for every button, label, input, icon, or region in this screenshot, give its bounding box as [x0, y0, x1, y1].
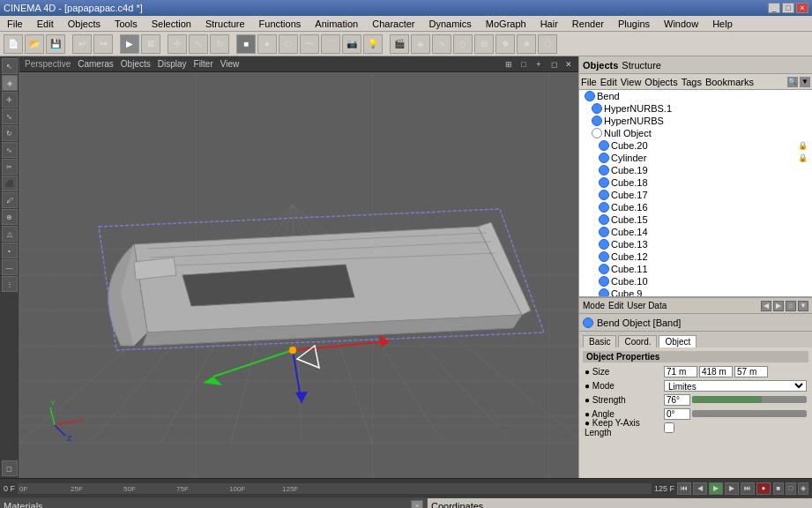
list-item[interactable]: Cube.17 [579, 189, 812, 201]
knife-btn[interactable]: ✂ [2, 159, 18, 175]
maximize-button[interactable]: □ [782, 3, 794, 13]
menu-file[interactable]: File [4, 19, 26, 29]
list-item[interactable]: Cube.10 [579, 275, 812, 288]
polygon-btn[interactable]: △ [2, 226, 18, 242]
view-menu[interactable]: View [220, 59, 240, 69]
mograph-btn[interactable]: ⬡ [538, 34, 557, 54]
open-button[interactable]: 📂 [25, 34, 44, 54]
camera-tool[interactable]: 📷 [342, 34, 361, 54]
prop-input-size-z[interactable] [734, 366, 768, 377]
list-item[interactable]: HyperNURBS [579, 115, 812, 127]
display-menu[interactable]: Display [158, 59, 187, 69]
spline-tool[interactable]: ∿ [432, 34, 451, 54]
menu-structure[interactable]: Structure [202, 19, 249, 29]
materials-close-btn[interactable]: × [411, 500, 423, 509]
prop-input-strength[interactable] [664, 394, 690, 406]
render-view-button[interactable]: 🖥 [141, 34, 160, 54]
props-edit-label[interactable]: Edit [608, 301, 623, 310]
timeline-track[interactable]: 0F 25F 50F 75F 100F 125F [18, 483, 652, 494]
cameras-menu[interactable]: Cameras [78, 59, 114, 69]
tab-coord[interactable]: Coord. [618, 335, 657, 347]
nurbs-tool[interactable]: 〜 [300, 34, 319, 54]
minimize-button[interactable]: _ [768, 3, 780, 13]
menu-functions[interactable]: Functions [256, 19, 305, 29]
bend-tool[interactable]: ⌒ [321, 34, 340, 54]
menu-mograph[interactable]: MoGraph [482, 19, 530, 29]
goto-start-btn[interactable]: ⏮ [677, 482, 691, 495]
anim-tool[interactable]: 🎬 [390, 34, 409, 54]
cube-tool[interactable]: ■ [236, 34, 256, 54]
obj-menu-edit[interactable]: Edit [600, 77, 617, 87]
record-btn[interactable]: ● [756, 482, 771, 495]
list-item[interactable]: Cylinder 🔒 [579, 152, 812, 164]
loft-tool[interactable]: ◇ [453, 34, 473, 54]
tl-opt1[interactable]: ■ [773, 482, 784, 495]
viewport-canvas[interactable]: X Y Z [19, 72, 578, 478]
list-item[interactable]: Null Object [579, 127, 812, 139]
list-item[interactable]: Bend [579, 90, 812, 102]
structure-tab[interactable]: Structure [622, 60, 661, 71]
tl-opt2[interactable]: □ [786, 482, 796, 495]
nav-fwd-btn[interactable]: ▶ [773, 301, 784, 311]
select-tool-btn[interactable]: ↖ [2, 58, 18, 74]
menu-plugins[interactable]: Plugins [615, 19, 653, 29]
play-btn[interactable]: ▶ [709, 482, 723, 495]
menu-hair[interactable]: Hair [537, 19, 562, 29]
list-item[interactable]: Cube.20 🔒 [579, 139, 812, 152]
tl-opt3[interactable]: ◈ [798, 482, 808, 495]
menu-dynamics[interactable]: Dynamics [426, 19, 475, 29]
more-btn[interactable]: ⋮ [2, 276, 18, 292]
list-item[interactable]: Cube.14 [579, 226, 812, 238]
menu-edit[interactable]: Edit [34, 19, 57, 29]
nav-back-btn[interactable]: ◀ [761, 301, 771, 311]
prop-select-mode[interactable]: Limites [664, 380, 807, 392]
list-item[interactable]: HyperNURBS.1 [579, 102, 812, 115]
nav-home-btn[interactable]: ⌂ [786, 301, 796, 311]
vp-icon-4[interactable]: ◻ [548, 58, 560, 71]
close-button[interactable]: × [796, 3, 808, 13]
scale-btn[interactable]: ⤡ [2, 108, 18, 124]
cloner-tool[interactable]: ❖ [495, 34, 515, 54]
obj-menu-bookmarks[interactable]: Bookmarks [705, 77, 754, 87]
tab-object[interactable]: Object [659, 335, 697, 347]
vp-icon-3[interactable]: + [533, 58, 545, 71]
tab-basic[interactable]: Basic [583, 335, 616, 347]
list-item[interactable]: Cube.13 [579, 238, 812, 250]
move-tool[interactable]: ✛ [168, 34, 187, 54]
render-button[interactable]: ▶ [120, 34, 139, 54]
vp-icon-2[interactable]: □ [518, 58, 530, 71]
cylinder-tool[interactable]: ⬭ [279, 34, 298, 54]
effector-tool[interactable]: ★ [517, 34, 536, 54]
brush-btn[interactable]: 🖊 [2, 192, 18, 208]
live-select-btn[interactable]: ◈ [2, 75, 18, 91]
list-item[interactable]: Cube.15 [579, 213, 812, 226]
objects-tab[interactable]: Objects [583, 60, 618, 71]
obj-menu-tags[interactable]: Tags [682, 77, 702, 87]
strength-slider[interactable] [692, 396, 807, 403]
menu-objects[interactable]: Objects [64, 19, 104, 29]
list-item[interactable]: Cube.19 [579, 164, 812, 176]
nav-more-btn[interactable]: ▼ [798, 301, 808, 311]
undo-button[interactable]: ↩ [72, 34, 92, 54]
list-item[interactable]: Cube.11 [579, 263, 812, 275]
list-item[interactable]: Cube.12 [579, 250, 812, 263]
menu-render[interactable]: Render [569, 19, 607, 29]
list-item[interactable]: Cube.18 [579, 176, 812, 189]
menu-selection[interactable]: Selection [148, 19, 195, 29]
scale-tool[interactable]: ⤡ [189, 34, 208, 54]
list-item[interactable]: Cube.9 [579, 288, 812, 297]
menu-help[interactable]: Help [709, 19, 736, 29]
array-tool[interactable]: ⊞ [474, 34, 494, 54]
menu-character[interactable]: Character [369, 19, 418, 29]
objects-menu[interactable]: Objects [121, 59, 151, 69]
rotate-tool[interactable]: ↻ [210, 34, 229, 54]
save-button[interactable]: 💾 [46, 34, 65, 54]
menu-animation[interactable]: Animation [311, 19, 361, 29]
sphere-tool[interactable]: ● [257, 34, 277, 54]
search-icon[interactable]: 🔍 [787, 77, 798, 87]
obj-menu-view[interactable]: View [621, 77, 642, 87]
prop-input-size-x[interactable] [664, 366, 697, 377]
rotate-btn[interactable]: ↻ [2, 125, 18, 141]
move-btn[interactable]: ✛ [2, 92, 18, 108]
props-userdata-label[interactable]: User Data [627, 301, 667, 310]
